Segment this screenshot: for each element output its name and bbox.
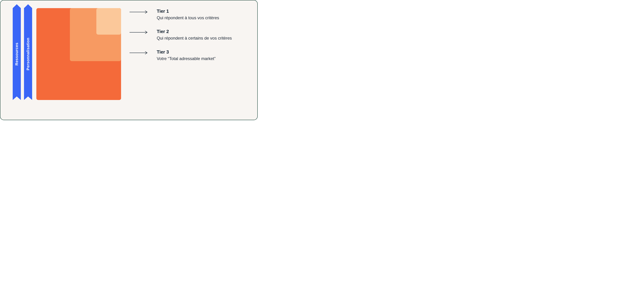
- tier3-title: Tier 3: [157, 49, 247, 55]
- pillar-ressources: Ressources: [13, 8, 21, 100]
- tier1-title: Tier 1: [157, 9, 247, 14]
- tier1-desc: Qui répondent à tous vos critères: [157, 15, 247, 21]
- pillar-personnalisation-label: Personnalisation: [26, 38, 30, 70]
- tier-squares: [36, 8, 121, 100]
- left-cluster: Ressources Personnalisation: [13, 8, 121, 100]
- tier2-title: Tier 2: [157, 29, 247, 34]
- tier2-desc: Qui répondent à certains de vos critères: [157, 35, 247, 41]
- arrow-icon: [130, 10, 149, 14]
- tier-legend: Tier 1 Qui répondent à tous vos critères…: [130, 8, 247, 62]
- tier2-text: Tier 2 Qui répondent à certains de vos c…: [157, 29, 247, 41]
- pillar-personnalisation: Personnalisation: [24, 8, 32, 100]
- tier1-text: Tier 1 Qui répondent à tous vos critères: [157, 9, 247, 21]
- tier2-row: Tier 2 Qui répondent à certains de vos c…: [130, 29, 247, 41]
- tier3-desc: Votre “Total adressable market”: [157, 56, 247, 62]
- arrow-icon: [130, 51, 149, 55]
- tier1-row: Tier 1 Qui répondent à tous vos critères: [130, 9, 247, 21]
- arrow-icon: [130, 31, 149, 34]
- tier3-text: Tier 3 Votre “Total adressable market”: [157, 49, 247, 62]
- pillar-ressources-label: Ressources: [14, 43, 19, 66]
- diagram-card: Ressources Personnalisation Tier 1 Qui r…: [0, 0, 258, 120]
- tier1-square: [96, 8, 121, 35]
- tier3-row: Tier 3 Votre “Total adressable market”: [130, 49, 247, 62]
